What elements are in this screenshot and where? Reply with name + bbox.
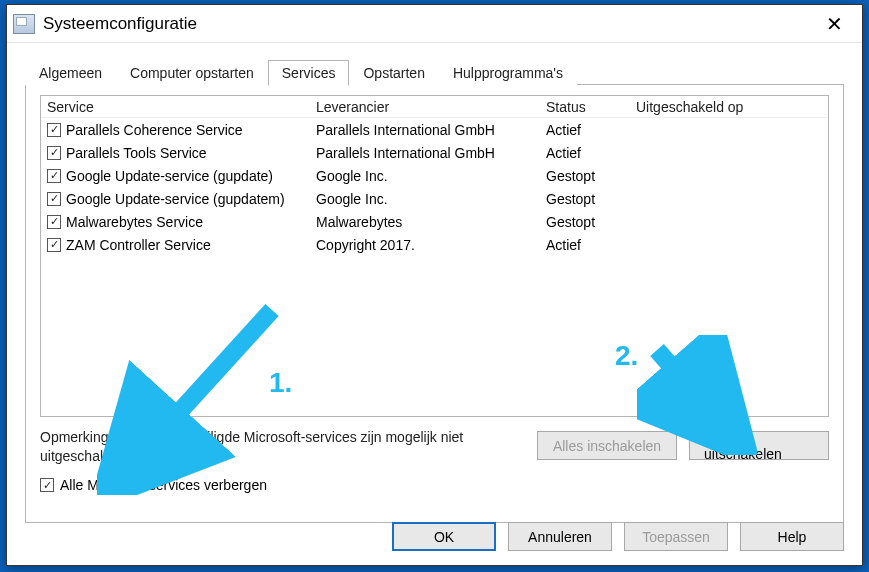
service-name: Google Update-service (gupdatem) [66, 191, 285, 207]
window-title: Systeemconfiguratie [43, 14, 814, 34]
service-row[interactable]: Malwarebytes ServiceMalwarebytesGestopt [41, 210, 828, 233]
col-disabled-on[interactable]: Uitgeschakeld op [636, 99, 828, 115]
service-checkbox[interactable] [47, 146, 61, 160]
hide-ms-checkbox-row[interactable]: Alle Microsoft-services verbergen [40, 477, 267, 493]
service-name: Google Update-service (gupdate) [66, 168, 273, 184]
hide-ms-checkbox[interactable] [40, 478, 54, 492]
service-vendor: Malwarebytes [316, 214, 546, 230]
close-button[interactable]: ✕ [814, 9, 854, 39]
service-checkbox[interactable] [47, 215, 61, 229]
cancel-button[interactable]: Annuleren [508, 522, 612, 551]
service-status: Actief [546, 122, 636, 138]
close-icon: ✕ [826, 12, 843, 36]
service-vendor: Copyright 2017. [316, 237, 546, 253]
col-status[interactable]: Status [546, 99, 636, 115]
apply-button[interactable]: Toepassen [624, 522, 728, 551]
service-vendor: Parallels International GmbH [316, 122, 546, 138]
service-vendor: Parallels International GmbH [316, 145, 546, 161]
service-row[interactable]: ZAM Controller ServiceCopyright 2017.Act… [41, 233, 828, 256]
col-service[interactable]: Service [41, 99, 316, 115]
titlebar: Systeemconfiguratie ✕ [7, 5, 862, 43]
col-vendor[interactable]: Leverancier [316, 99, 546, 115]
msconfig-icon [13, 14, 35, 34]
services-list[interactable]: Service Leverancier Status Uitgeschakeld… [40, 95, 829, 417]
service-name: ZAM Controller Service [66, 237, 211, 253]
content-area: Algemeen Computer opstarten Services Ops… [7, 43, 862, 523]
tab-tools[interactable]: Hulpprogramma's [439, 60, 577, 86]
msconfig-window: Systeemconfiguratie ✕ Algemeen Computer … [6, 4, 863, 566]
service-row[interactable]: Parallels Tools ServiceParallels Interna… [41, 141, 828, 164]
note-line1: Opmerking: sommige beveiligde Microsoft-… [40, 429, 463, 445]
list-body: Parallels Coherence ServiceParallels Int… [41, 118, 828, 256]
service-status: Gestopt [546, 191, 636, 207]
enable-all-button[interactable]: Alles inschakelen [537, 431, 677, 460]
service-checkbox[interactable] [47, 192, 61, 206]
service-vendor: Google Inc. [316, 191, 546, 207]
hide-ms-label: Alle Microsoft-services verbergen [60, 477, 267, 493]
service-vendor: Google Inc. [316, 168, 546, 184]
list-header: Service Leverancier Status Uitgeschakeld… [41, 96, 828, 118]
tab-boot[interactable]: Computer opstarten [116, 60, 268, 86]
service-checkbox[interactable] [47, 169, 61, 183]
note-text: Opmerking: sommige beveiligde Microsoft-… [40, 428, 560, 466]
enable-disable-row: Alles inschakelen Alles uitschakelen [537, 431, 829, 460]
tab-general[interactable]: Algemeen [25, 60, 116, 86]
note-line2: uitgeschakeld. [40, 448, 130, 464]
service-row[interactable]: Parallels Coherence ServiceParallels Int… [41, 118, 828, 141]
service-status: Actief [546, 145, 636, 161]
service-status: Gestopt [546, 168, 636, 184]
service-checkbox[interactable] [47, 238, 61, 252]
disable-all-button[interactable]: Alles uitschakelen [689, 431, 829, 460]
service-status: Actief [546, 237, 636, 253]
tab-services[interactable]: Services [268, 60, 350, 86]
service-name: Parallels Coherence Service [66, 122, 243, 138]
service-checkbox[interactable] [47, 123, 61, 137]
tab-startup[interactable]: Opstarten [349, 60, 438, 86]
tab-strip: Algemeen Computer opstarten Services Ops… [25, 57, 844, 85]
service-row[interactable]: Google Update-service (gupdate)Google In… [41, 164, 828, 187]
dialog-buttons: OK Annuleren Toepassen Help [392, 522, 844, 551]
service-row[interactable]: Google Update-service (gupdatem)Google I… [41, 187, 828, 210]
service-status: Gestopt [546, 214, 636, 230]
service-name: Parallels Tools Service [66, 145, 207, 161]
service-name: Malwarebytes Service [66, 214, 203, 230]
help-button[interactable]: Help [740, 522, 844, 551]
services-panel: Service Leverancier Status Uitgeschakeld… [25, 85, 844, 523]
ok-button[interactable]: OK [392, 522, 496, 551]
